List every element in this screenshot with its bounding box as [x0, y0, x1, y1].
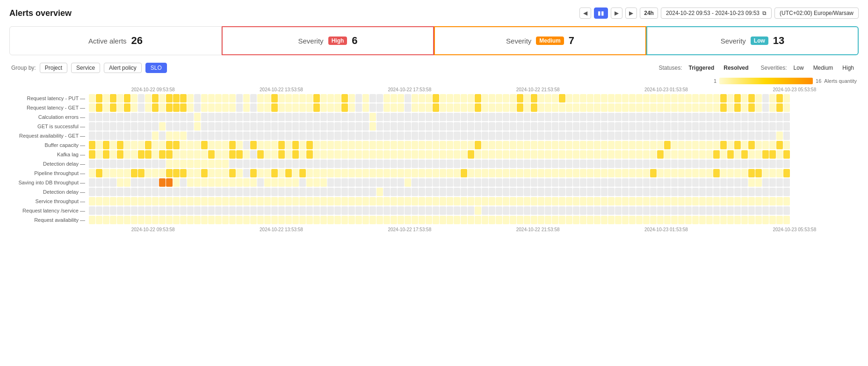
- cell[interactable]: [706, 141, 713, 149]
- cell[interactable]: [748, 169, 755, 177]
- cell[interactable]: [166, 113, 173, 121]
- cell[interactable]: [243, 178, 250, 187]
- cell[interactable]: [166, 197, 173, 205]
- cell[interactable]: [482, 150, 488, 159]
- cell[interactable]: [454, 113, 460, 121]
- cell[interactable]: [580, 178, 586, 187]
- cell[interactable]: [783, 178, 790, 187]
- cell[interactable]: [559, 197, 565, 205]
- cell[interactable]: [426, 113, 432, 121]
- cell[interactable]: [706, 178, 713, 187]
- cell[interactable]: [776, 178, 783, 187]
- cell[interactable]: [383, 122, 390, 131]
- cell[interactable]: [412, 150, 418, 159]
- cell[interactable]: [426, 160, 432, 168]
- cell[interactable]: [173, 160, 180, 168]
- cell[interactable]: [566, 178, 572, 187]
- cell[interactable]: [250, 197, 257, 205]
- cell[interactable]: [306, 206, 313, 215]
- cell[interactable]: [608, 216, 615, 224]
- cell[interactable]: [461, 178, 467, 187]
- cell[interactable]: [713, 188, 720, 196]
- cell[interactable]: [608, 94, 615, 102]
- cell[interactable]: [285, 188, 292, 196]
- cell[interactable]: [117, 94, 123, 102]
- cell[interactable]: [608, 206, 615, 215]
- cell[interactable]: [433, 150, 439, 159]
- cell[interactable]: [208, 216, 215, 224]
- cell[interactable]: [229, 113, 236, 121]
- cell[interactable]: [89, 103, 95, 112]
- cell[interactable]: [601, 113, 608, 121]
- cell[interactable]: [285, 160, 292, 168]
- cell[interactable]: [727, 103, 734, 112]
- cell[interactable]: [124, 103, 130, 112]
- cell[interactable]: [117, 122, 123, 131]
- cell[interactable]: [159, 188, 166, 196]
- cell[interactable]: [678, 178, 685, 187]
- cell[interactable]: [236, 122, 243, 131]
- cell[interactable]: [727, 141, 734, 149]
- cell[interactable]: [222, 216, 229, 224]
- cell[interactable]: [419, 132, 425, 140]
- cell[interactable]: [264, 141, 271, 149]
- cell[interactable]: [468, 132, 474, 140]
- cell[interactable]: [496, 113, 502, 121]
- cell[interactable]: [503, 132, 509, 140]
- cell[interactable]: [412, 113, 418, 121]
- cell[interactable]: [292, 122, 299, 131]
- cell[interactable]: [391, 169, 397, 177]
- cell[interactable]: [341, 197, 348, 205]
- cell[interactable]: [243, 160, 250, 168]
- cell[interactable]: [657, 94, 664, 102]
- cell[interactable]: [348, 103, 355, 112]
- cell[interactable]: [236, 94, 243, 102]
- cell[interactable]: [215, 132, 222, 140]
- cell[interactable]: [440, 122, 446, 131]
- cell[interactable]: [587, 141, 593, 149]
- cell[interactable]: [201, 178, 208, 187]
- cell[interactable]: [706, 206, 713, 215]
- cell[interactable]: [236, 103, 243, 112]
- cell[interactable]: [454, 206, 460, 215]
- cell[interactable]: [103, 206, 109, 215]
- cell[interactable]: [355, 141, 362, 149]
- cell[interactable]: [257, 169, 264, 177]
- cell[interactable]: [489, 103, 495, 112]
- cell[interactable]: [412, 122, 418, 131]
- cell[interactable]: [306, 141, 313, 149]
- cell[interactable]: [601, 216, 608, 224]
- cell[interactable]: [398, 178, 404, 187]
- cell[interactable]: [124, 113, 130, 121]
- cell[interactable]: [299, 113, 306, 121]
- cell[interactable]: [783, 216, 790, 224]
- triggered-btn[interactable]: Triggered: [686, 64, 717, 72]
- cell[interactable]: [327, 141, 334, 149]
- cell[interactable]: [383, 197, 390, 205]
- cell[interactable]: [215, 216, 222, 224]
- cell[interactable]: [433, 132, 439, 140]
- cell[interactable]: [783, 132, 790, 140]
- cell[interactable]: [573, 113, 579, 121]
- cell[interactable]: [341, 178, 348, 187]
- cell[interactable]: [475, 216, 481, 224]
- cell[interactable]: [524, 103, 530, 112]
- cell[interactable]: [762, 216, 769, 224]
- cell[interactable]: [201, 160, 208, 168]
- cell[interactable]: [327, 113, 334, 121]
- cell[interactable]: [503, 122, 509, 131]
- cell[interactable]: [636, 197, 643, 205]
- cell[interactable]: [391, 197, 397, 205]
- cell[interactable]: [243, 150, 250, 159]
- cell[interactable]: [622, 216, 629, 224]
- cell[interactable]: [208, 113, 215, 121]
- cell[interactable]: [306, 113, 313, 121]
- cell[interactable]: [475, 188, 481, 196]
- cell[interactable]: [138, 113, 145, 121]
- cell[interactable]: [762, 169, 769, 177]
- cell[interactable]: [117, 113, 123, 121]
- cell[interactable]: [278, 141, 285, 149]
- cell[interactable]: [383, 94, 390, 102]
- cell[interactable]: [622, 103, 629, 112]
- cell[interactable]: [629, 169, 636, 177]
